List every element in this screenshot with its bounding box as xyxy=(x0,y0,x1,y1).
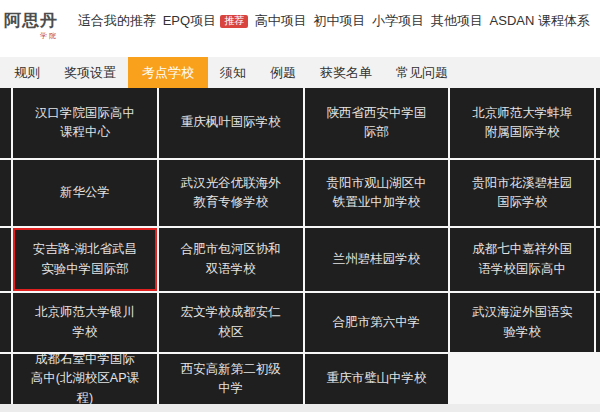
grid-sliver xyxy=(0,228,11,291)
school-cell: 合肥市第六中学 xyxy=(305,293,449,352)
nav-item-0[interactable]: 适合我的推荐 xyxy=(78,12,156,30)
nav-item-label: 小学项目 xyxy=(372,12,424,30)
school-cell: 成都七中嘉祥外国语学校国际高中 xyxy=(450,228,594,291)
grid-sliver xyxy=(0,160,11,226)
empty-cell xyxy=(596,354,600,404)
nav-items: 适合我的推荐EPQ项目推荐高中项目初中项目小学项目其他项目ASDAN 课程体系 xyxy=(70,9,592,30)
nav-item-5[interactable]: 其他项目 xyxy=(431,12,483,30)
grid-sliver xyxy=(0,293,11,352)
school-cell: 兰州碧桂园学校 xyxy=(305,228,449,291)
school-grid: 汉口学院国际高中课程中心重庆枫叶国际学校陕西省西安中学国际部北京师范大学蚌埠附属… xyxy=(0,88,600,404)
school-cell: 合肥市包河区协和双语学校 xyxy=(159,228,303,291)
school-cell: 新华公学 xyxy=(13,160,157,226)
school-cell: 武汉光谷优联海外教育专修学校 xyxy=(159,160,303,226)
nav-item-2[interactable]: 高中项目 xyxy=(255,12,307,30)
grid-sliver xyxy=(596,160,600,226)
school-cell: 北京师范大学银川学校 xyxy=(13,293,157,352)
logo-subtitle: 学院 xyxy=(40,31,58,41)
school-cell: 贵阳市花溪碧桂园国际学校 xyxy=(450,160,594,226)
nav-item-label: 其他项目 xyxy=(431,12,483,30)
grid-sliver xyxy=(596,228,600,291)
section-tabbar: 规则奖项设置考点学校须知例题获奖名单常见问题 xyxy=(0,57,600,88)
nav-item-6[interactable]: ASDAN 课程体系 xyxy=(490,12,590,30)
nav-item-label: 高中项目 xyxy=(255,12,307,30)
grid-sliver xyxy=(596,293,600,352)
nav-item-4[interactable]: 小学项目 xyxy=(372,12,424,30)
nav-item-1[interactable]: EPQ项目推荐 xyxy=(163,12,248,30)
grid-sliver xyxy=(596,88,600,158)
school-cell: 武汉海淀外国语实验学校 xyxy=(450,293,594,352)
school-cell: 陕西省西安中学国际部 xyxy=(305,88,449,158)
grid-sliver xyxy=(0,354,11,404)
school-cell-highlighted: 安吉路-湖北省武昌实验中学国际部 xyxy=(13,228,157,291)
school-cell: 重庆枫叶国际学校 xyxy=(159,88,303,158)
nav-item-label: ASDAN 课程体系 xyxy=(490,12,590,30)
school-cell: 重庆市璧山中学校 xyxy=(305,354,449,404)
school-cell: 北京师范大学蚌埠附属国际学校 xyxy=(450,88,594,158)
school-cell: 成都石室中学国际高中(北湖校区AP课程) xyxy=(13,354,157,404)
nav-item-3[interactable]: 初中项目 xyxy=(314,12,366,30)
logo-title: 阿思丹 xyxy=(4,9,58,32)
tab-0[interactable]: 规则 xyxy=(2,57,52,88)
tab-1[interactable]: 奖项设置 xyxy=(52,57,128,88)
bottom-strip xyxy=(0,404,600,412)
tab-4[interactable]: 例题 xyxy=(258,57,308,88)
recommend-badge: 推荐 xyxy=(220,15,248,28)
nav-item-label: 初中项目 xyxy=(314,12,366,30)
nav-item-label: 适合我的推荐 xyxy=(78,12,156,30)
top-navigation: 阿思丹 学院 适合我的推荐EPQ项目推荐高中项目初中项目小学项目其他项目ASDA… xyxy=(0,0,600,57)
school-cell: 汉口学院国际高中课程中心 xyxy=(13,88,157,158)
site-logo[interactable]: 阿思丹 学院 xyxy=(4,9,58,32)
tab-6[interactable]: 常见问题 xyxy=(384,57,460,88)
tab-5[interactable]: 获奖名单 xyxy=(308,57,384,88)
empty-cell xyxy=(450,354,594,404)
school-cell: 西安高新第二初级中学 xyxy=(159,354,303,404)
nav-item-label: EPQ项目 xyxy=(163,12,216,30)
school-cell: 宏文学校成都安仁校区 xyxy=(159,293,303,352)
tab-3[interactable]: 须知 xyxy=(208,57,258,88)
school-cell: 贵阳市观山湖区中铁置业中加学校 xyxy=(305,160,449,226)
grid-sliver xyxy=(0,88,11,158)
tab-2-active[interactable]: 考点学校 xyxy=(128,57,208,88)
